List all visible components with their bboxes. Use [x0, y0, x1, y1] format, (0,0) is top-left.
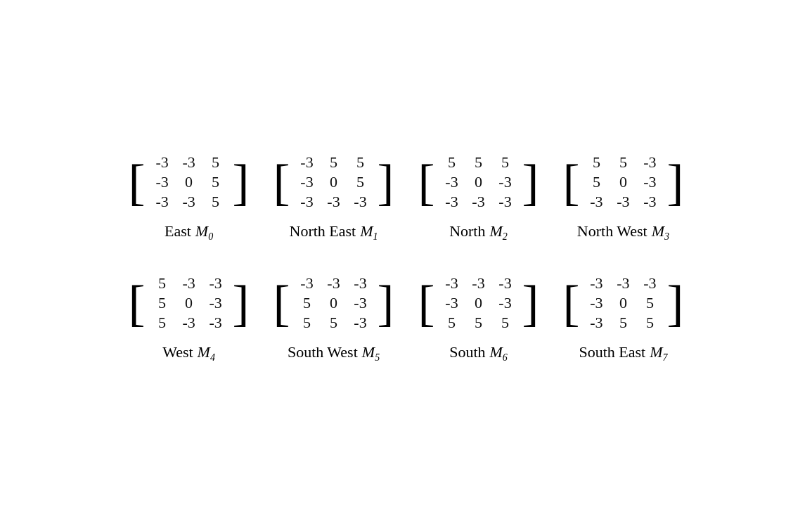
- cell-m1-8: -3: [351, 193, 370, 211]
- cell-m3-7: -3: [613, 193, 633, 211]
- cell-m6-4: 0: [468, 294, 488, 312]
- matrix-content-m2: 555-30-3-3-3-3: [436, 150, 520, 214]
- matrix-label-m0: M0: [195, 222, 213, 243]
- matrix-subscript-m0: 0: [208, 232, 213, 243]
- cell-m4-4: 0: [179, 294, 199, 312]
- left-bracket-m4: [: [127, 271, 147, 335]
- cell-m6-2: -3: [495, 274, 515, 293]
- cell-m4-0: 5: [153, 274, 172, 293]
- left-bracket-m6: [: [417, 271, 437, 335]
- matrix-content-m3: 55-350-3-3-3-3: [581, 150, 665, 214]
- cell-m1-3: -3: [297, 173, 317, 191]
- direction-label-m7: South East: [579, 343, 645, 361]
- matrix-subscript-m3: 3: [664, 232, 669, 243]
- cell-m0-8: 5: [206, 193, 226, 211]
- matrix-label-m2: M2: [489, 222, 507, 243]
- cell-m5-5: -3: [351, 294, 370, 312]
- cell-m2-2: 5: [495, 153, 515, 172]
- cell-m3-8: -3: [640, 193, 659, 211]
- label-row-m1: North EastM1: [290, 222, 378, 243]
- matrix-block-m2: [555-30-3-3-3-3]NorthM2: [417, 150, 541, 243]
- cell-m5-1: -3: [324, 274, 344, 293]
- cell-m7-5: 5: [640, 294, 659, 312]
- matrix-block-m6: [-3-3-3-30-3555]SouthM6: [417, 271, 541, 364]
- right-bracket-m0: ]: [231, 150, 251, 214]
- cell-m4-8: -3: [206, 314, 226, 332]
- cell-m5-4: 0: [324, 294, 344, 312]
- matrix-block-m0: [-3-35-305-3-35]EastM0: [127, 150, 251, 243]
- matrix-block-m4: [5-3-350-35-3-3]WestM4: [127, 271, 251, 364]
- matrix-content-m5: -3-3-350-355-3: [292, 271, 376, 335]
- cell-m6-8: 5: [495, 314, 515, 332]
- matrix-block-m1: [-355-305-3-3-3]North EastM1: [272, 150, 396, 243]
- right-bracket-m5: ]: [376, 271, 396, 335]
- label-row-m6: SouthM6: [449, 343, 508, 364]
- left-bracket-m7: [: [561, 271, 581, 335]
- right-bracket-m2: ]: [520, 150, 540, 214]
- matrix-label-m1: M1: [360, 222, 378, 243]
- cell-m5-6: 5: [297, 314, 317, 332]
- cell-m7-1: -3: [613, 274, 633, 293]
- cell-m3-5: -3: [640, 173, 659, 191]
- cell-m2-3: -3: [442, 173, 461, 191]
- cell-m7-4: 0: [613, 294, 633, 312]
- cell-m2-5: -3: [495, 173, 515, 191]
- main-container: [-3-35-305-3-35]EastM0[-355-305-3-3-3]No…: [106, 136, 707, 378]
- cell-m4-7: -3: [179, 314, 199, 332]
- cell-m3-3: 5: [586, 173, 606, 191]
- cell-m2-4: 0: [468, 173, 488, 191]
- direction-label-m1: North East: [290, 222, 356, 240]
- right-bracket-m6: ]: [520, 271, 540, 335]
- matrix-label-m4: M4: [198, 343, 215, 364]
- cell-m1-1: 5: [324, 153, 344, 172]
- cell-m3-1: 5: [613, 153, 633, 172]
- direction-label-m2: North: [449, 222, 485, 240]
- matrix-subscript-m7: 7: [662, 352, 667, 363]
- matrix-wrapper-m5: [-3-3-350-355-3]: [272, 271, 396, 335]
- cell-m5-8: -3: [351, 314, 370, 332]
- label-row-m2: NorthM2: [449, 222, 508, 243]
- matrix-subscript-m4: 4: [210, 352, 215, 363]
- cell-m7-6: -3: [586, 314, 606, 332]
- matrix-block-m7: [-3-3-3-305-355]South EastM7: [561, 271, 685, 364]
- cell-m4-1: -3: [179, 274, 199, 293]
- direction-label-m0: East: [165, 222, 191, 240]
- direction-label-m5: South West: [288, 343, 358, 361]
- cell-m4-5: -3: [206, 294, 226, 312]
- cell-m1-5: 5: [351, 173, 370, 191]
- cell-m0-2: 5: [206, 153, 226, 172]
- cell-m3-2: -3: [640, 153, 659, 172]
- cell-m2-7: -3: [468, 193, 488, 211]
- cell-m6-0: -3: [442, 274, 461, 293]
- cell-m1-0: -3: [297, 153, 317, 172]
- matrix-label-m7: M7: [650, 343, 667, 364]
- matrix-content-m7: -3-3-3-305-355: [581, 271, 665, 335]
- cell-m0-3: -3: [153, 173, 172, 191]
- cell-m5-3: 5: [297, 294, 317, 312]
- left-bracket-m1: [: [272, 150, 292, 214]
- matrix-block-m5: [-3-3-350-355-3]South WestM5: [272, 271, 396, 364]
- direction-label-m6: South: [449, 343, 485, 361]
- matrix-subscript-m6: 6: [503, 352, 508, 363]
- cell-m4-2: -3: [206, 274, 226, 293]
- label-row-m4: WestM4: [162, 343, 215, 364]
- left-bracket-m0: [: [127, 150, 147, 214]
- label-row-m3: North WestM3: [577, 222, 669, 243]
- matrix-wrapper-m2: [555-30-3-3-3-3]: [417, 150, 541, 214]
- cell-m6-5: -3: [495, 294, 515, 312]
- cell-m5-7: 5: [324, 314, 344, 332]
- matrix-subscript-m5: 5: [375, 352, 380, 363]
- direction-label-m4: West: [162, 343, 193, 361]
- matrix-subscript-m2: 2: [503, 232, 508, 243]
- cell-m0-6: -3: [153, 193, 172, 211]
- matrix-label-m5: M5: [362, 343, 380, 364]
- label-row-m0: EastM0: [165, 222, 213, 243]
- label-row-m7: South EastM7: [579, 343, 667, 364]
- cell-m1-7: -3: [324, 193, 344, 211]
- cell-m0-0: -3: [153, 153, 172, 172]
- cell-m7-8: 5: [640, 314, 659, 332]
- cell-m0-4: 0: [179, 173, 199, 191]
- right-bracket-m1: ]: [376, 150, 396, 214]
- right-bracket-m7: ]: [665, 271, 685, 335]
- cell-m2-1: 5: [468, 153, 488, 172]
